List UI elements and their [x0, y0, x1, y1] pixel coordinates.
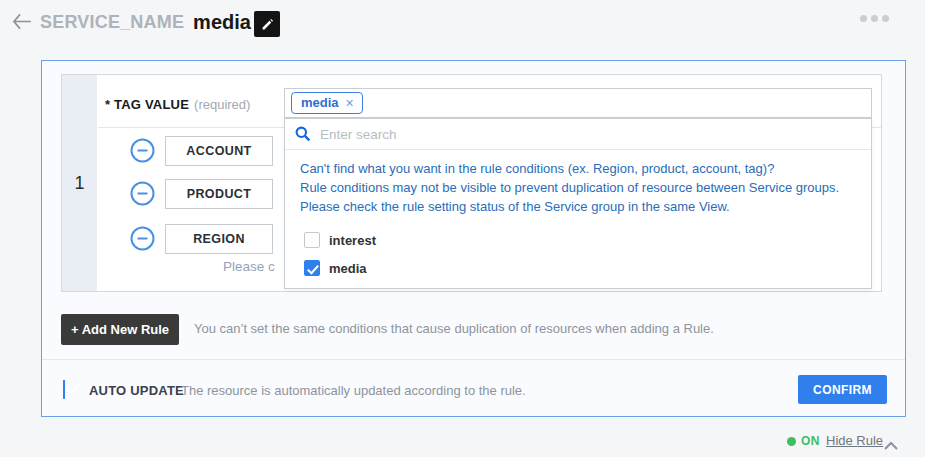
service-name-label: SERVICE_NAME	[40, 12, 184, 33]
status-dot-icon	[787, 437, 796, 446]
partial-help-text: Please c	[223, 259, 275, 274]
tag-value-label: *TAG VALUE(required)	[105, 89, 250, 119]
remove-tag-icon[interactable]: ×	[346, 96, 354, 110]
remove-region-button[interactable]	[130, 226, 155, 255]
required-note: (required)	[194, 97, 250, 112]
condition-account-button[interactable]: ACCOUNT	[165, 136, 273, 166]
service-name-value: media	[193, 11, 251, 34]
minus-circle-icon	[130, 181, 155, 206]
rule-index: 1	[62, 75, 97, 291]
back-icon[interactable]	[12, 10, 34, 32]
dot-icon	[871, 15, 878, 22]
rule-settings-panel: 1 *TAG VALUE(required) ACCOUNT PRODUCT R…	[41, 60, 906, 417]
required-asterisk: *	[105, 97, 110, 112]
dot-icon	[860, 15, 867, 22]
search-input[interactable]	[320, 127, 820, 142]
tag-value-dropdown: Can't find what you want in the rule con…	[284, 118, 872, 289]
hide-rule-link[interactable]: Hide Rule	[826, 433, 883, 448]
auto-update-label[interactable]: AUTO UPDATE	[89, 383, 184, 398]
tag-chip-label: media	[301, 95, 339, 110]
interest-checkbox[interactable]	[304, 232, 320, 248]
more-menu-button[interactable]	[860, 15, 889, 22]
auto-update-note: The resource is automatically updated ac…	[181, 383, 526, 398]
dropdown-search-row	[285, 119, 871, 150]
condition-product-button[interactable]: PRODUCT	[165, 179, 273, 209]
media-checkbox[interactable]	[304, 260, 320, 276]
dropdown-info-text: Can't find what you want in the rule con…	[300, 159, 861, 216]
status-on-label: ON	[801, 434, 820, 448]
option-row-media[interactable]: media	[304, 260, 367, 276]
condition-region-button[interactable]: REGION	[165, 224, 273, 254]
confirm-button[interactable]: CONFIRM	[798, 375, 887, 404]
remove-product-button[interactable]	[130, 181, 155, 210]
auto-update-checkbox[interactable]	[63, 380, 65, 399]
pencil-icon	[261, 18, 274, 31]
option-label: media	[329, 261, 367, 276]
tag-value-input[interactable]: media ×	[284, 88, 872, 118]
minus-circle-icon	[130, 226, 155, 251]
minus-circle-icon	[130, 138, 155, 163]
page-title: SERVICE_NAME media	[40, 7, 251, 37]
remove-account-button[interactable]	[130, 138, 155, 167]
tag-chip-media[interactable]: media ×	[291, 92, 363, 114]
edit-service-name-button[interactable]	[254, 11, 280, 37]
add-rule-note: You can’t set the same conditions that c…	[194, 321, 714, 336]
info-line: Can't find what you want in the rule con…	[300, 159, 861, 178]
option-row-interest[interactable]: interest	[304, 232, 376, 248]
info-line: Rule conditions may not be visible to pr…	[300, 178, 861, 197]
info-line: Please check the rule setting status of …	[300, 197, 861, 216]
search-icon	[295, 126, 311, 142]
option-label: interest	[329, 233, 376, 248]
divider	[42, 359, 905, 360]
dot-icon	[882, 15, 889, 22]
add-new-rule-button[interactable]: + Add New Rule	[61, 314, 179, 345]
chevron-up-icon[interactable]	[884, 436, 898, 454]
